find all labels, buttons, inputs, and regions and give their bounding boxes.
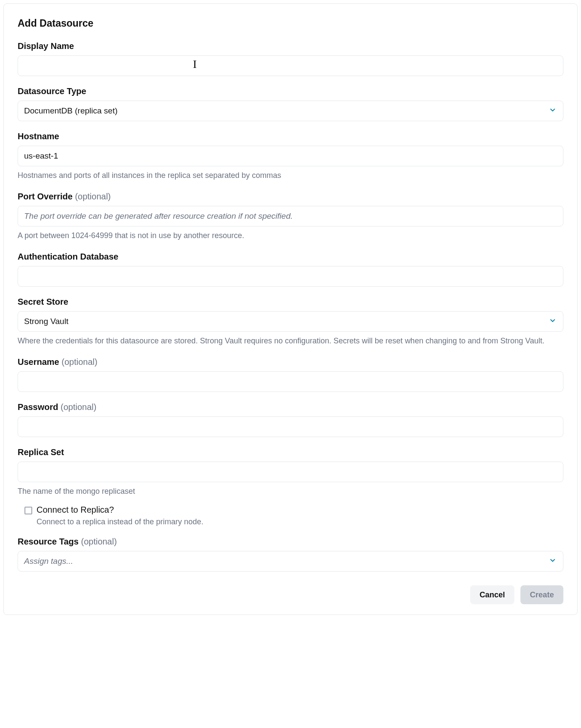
display-name-input[interactable] [18, 55, 563, 76]
datasource-type-label: Datasource Type [18, 86, 563, 96]
password-input[interactable] [18, 416, 563, 437]
resource-tags-group: Resource Tags (optional) Assign tags... [18, 537, 563, 572]
secret-store-group: Secret Store Strong Vault Where the cred… [18, 297, 563, 347]
page-title: Add Datasource [18, 18, 563, 29]
replica-set-input[interactable] [18, 462, 563, 482]
password-label: Password (optional) [18, 402, 563, 412]
replica-set-group: Replica Set The name of the mongo replic… [18, 447, 563, 497]
cancel-button[interactable]: Cancel [470, 585, 514, 604]
replica-set-hint: The name of the mongo replicaset [18, 486, 563, 497]
connect-replica-checkbox[interactable] [24, 507, 32, 514]
port-override-label-text: Port Override [18, 192, 73, 201]
port-override-group: Port Override (optional) A port between … [18, 192, 563, 242]
resource-tags-input[interactable]: Assign tags... [18, 551, 563, 572]
username-label: Username (optional) [18, 357, 563, 367]
hostname-group: Hostname Hostnames and ports of all inst… [18, 132, 563, 181]
connect-replica-label[interactable]: Connect to Replica? [37, 505, 203, 515]
resource-tags-optional: (optional) [81, 537, 116, 546]
secret-store-label: Secret Store [18, 297, 563, 307]
port-override-optional: (optional) [75, 192, 110, 201]
auth-db-group: Authentication Database [18, 252, 563, 287]
hostname-hint: Hostnames and ports of all instances in … [18, 170, 563, 181]
hostname-label: Hostname [18, 132, 563, 141]
datasource-type-select[interactable]: DocumentDB (replica set) [18, 101, 563, 121]
username-optional: (optional) [61, 357, 97, 367]
footer-actions: Cancel Create [18, 585, 563, 604]
replica-set-label: Replica Set [18, 447, 563, 457]
port-override-hint: A port between 1024-64999 that is not in… [18, 230, 563, 242]
resource-tags-label: Resource Tags (optional) [18, 537, 563, 547]
resource-tags-label-text: Resource Tags [18, 537, 79, 546]
connect-replica-group: Connect to Replica? Connect to a replica… [18, 505, 563, 526]
secret-store-select[interactable]: Strong Vault [18, 311, 563, 332]
resource-tags-placeholder: Assign tags... [24, 557, 73, 566]
hostname-input[interactable] [18, 146, 563, 166]
connect-replica-hint: Connect to a replica instead of the prim… [37, 517, 203, 526]
password-label-text: Password [18, 402, 58, 412]
auth-db-input[interactable] [18, 266, 563, 287]
port-override-input[interactable] [18, 206, 563, 226]
create-button[interactable]: Create [520, 585, 563, 604]
add-datasource-panel: Add Datasource Display Name I Datasource… [3, 3, 578, 615]
username-label-text: Username [18, 357, 59, 367]
port-override-label: Port Override (optional) [18, 192, 563, 202]
datasource-type-group: Datasource Type DocumentDB (replica set) [18, 86, 563, 121]
password-group: Password (optional) [18, 402, 563, 437]
username-group: Username (optional) [18, 357, 563, 392]
secret-store-hint: Where the credentials for this datasourc… [18, 335, 563, 347]
password-optional: (optional) [61, 402, 96, 412]
display-name-label: Display Name [18, 41, 563, 51]
display-name-group: Display Name I [18, 41, 563, 76]
auth-db-label: Authentication Database [18, 252, 563, 262]
username-input[interactable] [18, 371, 563, 392]
